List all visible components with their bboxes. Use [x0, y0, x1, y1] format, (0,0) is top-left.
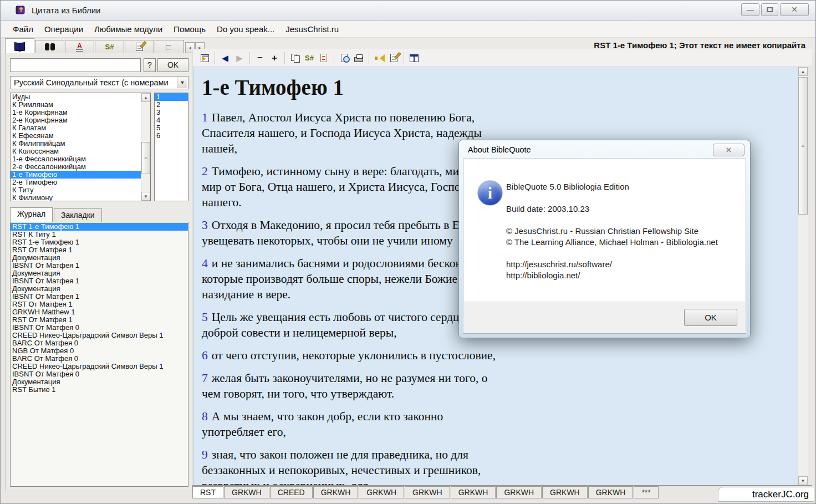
- history-list-item[interactable]: CREED Никео-Царьградский Символ Веры 1: [11, 363, 188, 370]
- chevron-down-icon[interactable]: ▼: [177, 77, 187, 88]
- tab-search[interactable]: [35, 40, 64, 53]
- module-tab[interactable]: ***: [634, 486, 658, 498]
- font-decrease-button[interactable]: −: [253, 52, 267, 65]
- book-list-item[interactable]: К Филиппийцам: [11, 140, 141, 147]
- module-tab[interactable]: CREED: [270, 486, 313, 498]
- strongs-button[interactable]: S#: [302, 52, 317, 65]
- history-list-item[interactable]: GRKWH Matthew 1: [11, 308, 188, 316]
- module-tab[interactable]: GRKWH: [224, 486, 269, 498]
- history-list-item[interactable]: BARC От Матфея 0: [11, 339, 188, 347]
- book-list-item[interactable]: 1-е Тимофею: [11, 171, 141, 179]
- menu-item[interactable]: JesusChrist.ru: [280, 22, 344, 36]
- menu-item[interactable]: Do you speak...: [211, 22, 280, 36]
- tab-modules[interactable]: [155, 40, 184, 53]
- speaker-icon: [375, 54, 384, 62]
- book-list-item[interactable]: К Титу: [11, 186, 141, 194]
- history-list-item[interactable]: RST К Титу 1: [11, 231, 188, 238]
- history-list-item[interactable]: IBSNT От Матфея 1: [11, 277, 188, 285]
- menu-item[interactable]: Операции: [39, 22, 89, 36]
- tab-strongs[interactable]: S#: [95, 40, 124, 53]
- book-list-item[interactable]: К Ефесянам: [11, 132, 141, 140]
- chapter-list-item[interactable]: 4: [155, 116, 188, 124]
- book-list-item[interactable]: 2-е Фессалоникийцам: [11, 163, 141, 171]
- journal-tab[interactable]: Закладки: [54, 208, 102, 222]
- about-dialog: About BibleQuote ✕ i BibleQuote 5.0 Bibl…: [458, 140, 751, 338]
- history-list-item[interactable]: RST От Матфея 1: [11, 316, 188, 324]
- history-list-item[interactable]: CREED Никео-Царьградский Символ Веры 1: [11, 332, 188, 339]
- maximize-button[interactable]: [761, 3, 778, 16]
- print-button[interactable]: [351, 52, 366, 65]
- book-list-item[interactable]: 2-е Тимофею: [11, 179, 141, 186]
- journal-tab[interactable]: Журнал: [10, 207, 53, 222]
- help-button[interactable]: ?: [144, 58, 156, 72]
- history-list-item[interactable]: RST 1-е Тимофею 1: [11, 223, 188, 231]
- history-list-item[interactable]: IBSNT От Матфея 0: [11, 324, 188, 332]
- book-list-item[interactable]: К Колоссянам: [11, 147, 141, 155]
- chapter-list-item[interactable]: 5: [155, 124, 188, 132]
- chapter-list-item[interactable]: 6: [155, 132, 188, 140]
- close-button[interactable]: ✕: [780, 3, 809, 16]
- history-list-item[interactable]: Документация: [11, 254, 188, 262]
- book-list-item[interactable]: 2-е Коринфянам: [11, 116, 141, 124]
- tab-bible[interactable]: [5, 38, 34, 53]
- chapter-list-item[interactable]: 2: [155, 101, 188, 109]
- print-preview-button[interactable]: [337, 52, 351, 65]
- back-button[interactable]: ◀: [218, 52, 232, 65]
- main-scrollbar[interactable]: ▲ ≡ ▼: [798, 67, 808, 485]
- chapter-list-item[interactable]: 3: [155, 109, 188, 116]
- ok-button[interactable]: OK: [157, 58, 188, 72]
- history-list-item[interactable]: IBSNT От Матфея 0: [11, 370, 188, 378]
- module-tab[interactable]: GRKWH: [405, 486, 450, 498]
- translation-select[interactable]: Русский Синодальный текст (с номерами ▼: [10, 76, 188, 89]
- module-tab[interactable]: GRKWH: [496, 486, 542, 498]
- history-list-item[interactable]: RST От Матфея 1: [11, 246, 188, 254]
- tab-dictionary[interactable]: A: [65, 40, 94, 53]
- goto-module-button[interactable]: [197, 52, 212, 65]
- menu-item[interactable]: Любимые модули: [89, 22, 168, 36]
- scroll-down-icon[interactable]: ▼: [798, 476, 808, 485]
- scroll-up-icon[interactable]: ▲: [798, 67, 808, 76]
- book-list-item[interactable]: К Галатам: [11, 124, 141, 132]
- book-list-item[interactable]: 1-е Фессалоникийцам: [11, 155, 141, 163]
- dialog-close-button[interactable]: ✕: [713, 144, 744, 156]
- book-list-item[interactable]: К Римлянам: [11, 101, 141, 109]
- module-tab[interactable]: GRKWH: [542, 486, 588, 498]
- module-tab[interactable]: GRKWH: [359, 486, 404, 498]
- tab-notes[interactable]: [125, 40, 154, 53]
- menu-item[interactable]: Файл: [7, 22, 39, 36]
- book-list-item[interactable]: 1-е Коринфянам: [11, 109, 141, 116]
- dialog-ok-button[interactable]: OK: [684, 309, 737, 326]
- book-list-scrollbar[interactable]: ▲ ≡ ▼: [141, 93, 150, 201]
- scrollbar-thumb[interactable]: ≡: [798, 77, 808, 215]
- copy-button[interactable]: [288, 52, 302, 65]
- forward-button[interactable]: ▶: [232, 52, 247, 65]
- reference-input[interactable]: [10, 58, 141, 72]
- module-tab[interactable]: GRKWH: [588, 486, 634, 498]
- chapter-list-item[interactable]: 1: [155, 93, 188, 101]
- properties-button[interactable]: [386, 52, 401, 65]
- scrollbar-thumb[interactable]: ≡: [141, 142, 150, 174]
- history-list-item[interactable]: RST Бытие 1: [11, 386, 188, 394]
- history-list-item[interactable]: RST 1-е Тимофею 1: [11, 238, 188, 246]
- split-view-button[interactable]: [407, 52, 421, 65]
- sound-button[interactable]: [372, 52, 386, 65]
- history-list-item[interactable]: IBSNT От Матфея 1: [11, 293, 188, 301]
- history-list-item[interactable]: BARC От Матфея 0: [11, 355, 188, 363]
- minimize-button[interactable]: —: [741, 3, 759, 16]
- history-list-item[interactable]: Документация: [11, 269, 188, 277]
- module-tab[interactable]: GRKWH: [313, 486, 359, 498]
- history-list-item[interactable]: Документация: [11, 285, 188, 293]
- history-list-item[interactable]: RST От Матфея 1: [11, 301, 188, 308]
- module-tab[interactable]: GRKWH: [451, 486, 496, 498]
- menu-item[interactable]: Помощь: [168, 22, 211, 36]
- text-mode-button[interactable]: [317, 52, 331, 65]
- font-increase-button[interactable]: +: [267, 52, 282, 65]
- history-list-item[interactable]: Документация: [11, 378, 188, 386]
- scroll-up-icon[interactable]: ▲: [141, 93, 150, 102]
- module-tab[interactable]: RST: [192, 486, 223, 498]
- scroll-down-icon[interactable]: ▼: [141, 192, 150, 201]
- book-list-item[interactable]: К Филимону: [11, 194, 141, 201]
- history-list-item[interactable]: NGB От Матфея 0: [11, 347, 188, 355]
- book-list-item[interactable]: Иуды: [11, 93, 141, 101]
- history-list-item[interactable]: IBSNT От Матфея 1: [11, 262, 188, 269]
